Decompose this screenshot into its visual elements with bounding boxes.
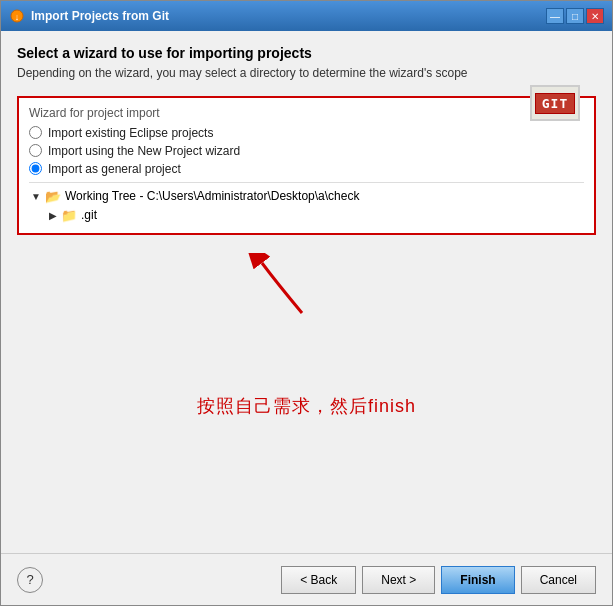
tree-section: ▼ 📂 Working Tree - C:\Users\Administrato… <box>29 182 584 225</box>
window-title: Import Projects from Git <box>31 9 169 23</box>
tree-root-label: Working Tree - C:\Users\Administrator\De… <box>65 189 360 203</box>
cancel-button[interactable]: Cancel <box>521 566 596 594</box>
title-bar: ↓ Import Projects from Git — □ ✕ <box>1 1 612 31</box>
section-label: Wizard for project import <box>29 106 584 120</box>
page-title: Select a wizard to use for importing pro… <box>17 45 596 61</box>
tree-child-item[interactable]: ▶ 📁 .git <box>49 206 584 225</box>
title-controls: — □ ✕ <box>546 8 604 24</box>
tree-arrow-down: ▼ <box>31 191 41 202</box>
finish-button[interactable]: Finish <box>441 566 514 594</box>
main-window: ↓ Import Projects from Git — □ ✕ GIT Sel… <box>0 0 613 606</box>
radio-new-project[interactable] <box>29 144 42 157</box>
radio-label-2: Import using the New Project wizard <box>48 144 240 158</box>
back-button[interactable]: < Back <box>281 566 356 594</box>
annotation-area: 按照自己需求，然后finish <box>17 243 596 539</box>
radio-label-3: Import as general project <box>48 162 181 176</box>
minimize-button[interactable]: — <box>546 8 564 24</box>
radio-general-project[interactable] <box>29 162 42 175</box>
radio-option-3[interactable]: Import as general project <box>29 162 584 176</box>
tree-child-label: .git <box>81 208 97 222</box>
action-buttons: < Back Next > Finish Cancel <box>281 566 596 594</box>
tree-root-item[interactable]: ▼ 📂 Working Tree - C:\Users\Administrato… <box>31 187 584 206</box>
radio-option-2[interactable]: Import using the New Project wizard <box>29 144 584 158</box>
git-logo: GIT <box>530 85 580 121</box>
next-button[interactable]: Next > <box>362 566 435 594</box>
content-area: GIT Select a wizard to use for importing… <box>1 31 612 553</box>
radio-option-1[interactable]: Import existing Eclipse projects <box>29 126 584 140</box>
wizard-selection-box: Wizard for project import Import existin… <box>17 96 596 235</box>
help-button[interactable]: ? <box>17 567 43 593</box>
radio-import-existing[interactable] <box>29 126 42 139</box>
close-button[interactable]: ✕ <box>586 8 604 24</box>
window-icon: ↓ <box>9 8 25 24</box>
folder-icon: 📁 <box>61 208 77 223</box>
header-area: GIT Select a wizard to use for importing… <box>17 45 596 82</box>
svg-text:↓: ↓ <box>15 12 20 22</box>
title-bar-left: ↓ Import Projects from Git <box>9 8 169 24</box>
page-description: Depending on the wizard, you may select … <box>17 65 596 82</box>
annotation-text: 按照自己需求，然后finish <box>197 394 416 418</box>
folder-open-icon: 📂 <box>45 189 61 204</box>
radio-label-1: Import existing Eclipse projects <box>48 126 213 140</box>
button-bar: ? < Back Next > Finish Cancel <box>1 553 612 605</box>
tree-arrow-right: ▶ <box>49 210 57 221</box>
restore-button[interactable]: □ <box>566 8 584 24</box>
arrow-annotation <box>247 253 327 326</box>
